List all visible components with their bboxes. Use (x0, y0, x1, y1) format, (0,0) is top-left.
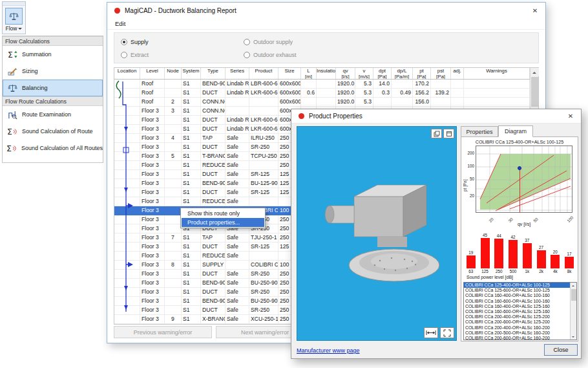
column-header-size[interactable]: Size (278, 68, 301, 79)
table-row[interactable]: RoofS1BEND-90Lindab ReLBR-600-6600x60019… (114, 80, 530, 89)
column-header-system[interactable]: System (182, 68, 201, 79)
column-header-type[interactable]: Type (201, 68, 226, 79)
product-list-item[interactable]: COLIBRI CCa 200-400-OR+ALSc 125-200 (464, 314, 576, 319)
product-preview[interactable] (297, 126, 457, 341)
close-button[interactable]: Close (544, 344, 578, 356)
palette-titlebar[interactable] (3, 2, 25, 6)
sound-bar-column: 45125 (478, 229, 492, 274)
column-header-node[interactable]: Node (165, 68, 182, 79)
column-header-level[interactable]: Level (140, 68, 165, 79)
product-list-item[interactable]: COLIBRI CCa 200-500-OR+ALSc 160-200 (464, 330, 576, 336)
measure-button[interactable] (424, 327, 438, 338)
flow-tool-label[interactable]: Flow (3, 25, 25, 32)
scroll-up-icon[interactable] (530, 68, 539, 76)
table-cell: Lindab Re (226, 80, 249, 89)
table-cell (451, 89, 464, 98)
product-list-item[interactable]: COLIBRI CCa 200-400-OR+ALSc 160-200 (464, 325, 576, 330)
table-cell (165, 215, 182, 224)
table-cell: CONN.NO (201, 107, 226, 116)
table-cell (165, 252, 182, 261)
copy-image-button[interactable] (431, 129, 442, 138)
tab-properties[interactable]: Properties (461, 126, 498, 137)
table-cell (464, 89, 530, 98)
column-header-l[interactable]: L [m] (301, 68, 317, 79)
previous-warning-button[interactable]: Previous warning/error (114, 326, 212, 338)
sound-bar-column: 204k (549, 229, 563, 274)
column-header-adj[interactable]: adj. (451, 68, 464, 79)
column-header-pt[interactable]: pt [Pa] (413, 68, 431, 79)
table-cell: Lindab Re (226, 89, 249, 98)
context-menu-item-product-properties[interactable]: Product properties... (182, 218, 264, 227)
table-cell (249, 98, 278, 107)
manufacturer-link[interactable]: Manufacturer www page (297, 347, 360, 354)
column-header-dp-l[interactable]: dp/L [Pa/m] (392, 68, 413, 79)
close-icon[interactable]: ✕ (525, 3, 545, 18)
radio-outdoor-exhaust[interactable]: Outdoor exhaust (244, 50, 297, 60)
column-header-location[interactable]: Location (114, 68, 140, 79)
scroll-up-icon[interactable] (571, 283, 577, 288)
table-row[interactable]: RoofS1DUCTLindab ReLKR-600-6600x6000.619… (114, 89, 530, 98)
column-header-v[interactable]: v [m/s] (355, 68, 373, 79)
table-cell (114, 315, 140, 324)
scroll-down-icon[interactable] (571, 334, 577, 340)
table-cell (114, 233, 140, 243)
radio-supply[interactable]: Supply (121, 38, 149, 47)
section-header-flow-route-calculations[interactable]: Flow Route Calculations (3, 96, 103, 106)
product-list-item[interactable]: COLIBRI CCa 125-400-OR+ALSc 100-125 (464, 283, 576, 288)
sidebar-item-sound-calculation-of-all-routes[interactable]: ΣSound Calculation of All Routes (3, 140, 103, 157)
sidebar-item-sizing[interactable]: Sizing (3, 63, 103, 80)
sound-bar-column: 371k (520, 229, 534, 274)
table-cell (114, 143, 140, 152)
context-menu-item-show-this-route-only[interactable]: Show this route only (182, 209, 264, 218)
radio-extract[interactable]: Extract (121, 50, 149, 60)
sidebar-item-label: Sound Calculation of All Routes (21, 145, 103, 151)
table-cell (249, 107, 278, 116)
section-header-flow-calculations[interactable]: Flow Calculations (3, 36, 103, 46)
bar-category-label: 125 (481, 268, 488, 274)
column-header-product[interactable]: Product (249, 68, 278, 79)
radio-label: Extract (131, 52, 149, 58)
scrollbar-thumb[interactable] (531, 77, 538, 107)
tab-diagram[interactable]: Diagram (498, 125, 533, 137)
close-icon[interactable]: ✕ (560, 109, 581, 123)
zoom-extents-button[interactable] (440, 327, 454, 338)
column-header-insulatio[interactable]: Insulatio (317, 68, 336, 79)
table-cell: Roof (140, 80, 165, 89)
table-cell: Floor 3 (140, 224, 165, 233)
column-header-qv[interactable]: qv [l/s] (336, 68, 355, 79)
product-list-item[interactable]: COLIBRI CCa 160-600-OR+ALSc 100-160 (464, 299, 576, 304)
table-cell (165, 161, 182, 170)
table-cell: Floor 3 (140, 252, 165, 261)
table-cell: DUCT (201, 288, 226, 297)
sidebar-item-balancing[interactable]: Balancing (3, 80, 103, 96)
product-list-item[interactable]: COLIBRI CCa 200-600-OR+ALSc 160-200 (464, 336, 576, 340)
diagram-chart-title: COLIBRI CCa 125-400-OR+ALSc 100-125 (461, 139, 578, 145)
menu-edit[interactable]: Edit (111, 20, 129, 27)
sidebar-item-sound-calculation-of-route[interactable]: ΣSound Calculation of Route (3, 123, 103, 140)
sidebar-item-summation[interactable]: ΣSummation (3, 46, 103, 63)
product-list-item[interactable]: COLIBRI CCa 160-600-OR+ALSc 125-160 (464, 309, 576, 314)
product-list-item[interactable]: COLIBRI CCa 200-600-OR+ALSc 125-200 (464, 319, 576, 325)
table-cell: S1 (182, 188, 201, 197)
report-titlebar[interactable]: MagiCAD - Ductwork Balancing Report ✕ (107, 3, 545, 18)
column-header-dpt[interactable]: dpt [Pa] (373, 68, 392, 79)
column-header-pst[interactable]: pst [Pa] (431, 68, 451, 79)
table-cell: S1 (182, 315, 201, 324)
list-scrollbar[interactable] (570, 283, 576, 340)
table-row[interactable]: Roof2S1CONN.NO600x6001920.05.3156.0 (114, 98, 530, 107)
product-list-item[interactable]: COLIBRI CCa 160-400-OR+ALSc 125-160 (464, 304, 576, 309)
column-header-warnings[interactable]: Warnings (464, 68, 530, 79)
product-list-item[interactable]: COLIBRI CCa 125-600-OR+ALSc 100-125 (464, 288, 576, 293)
flow-tool-button[interactable] (5, 8, 23, 25)
detach-view-button[interactable] (443, 129, 454, 138)
scrollbar-thumb[interactable] (571, 289, 576, 301)
column-header-series[interactable]: Series (226, 68, 249, 79)
table-cell (114, 107, 140, 116)
product-list[interactable]: COLIBRI CCa 125-400-OR+ALSc 100-125COLIB… (463, 282, 577, 340)
sidebar-item-route-examination[interactable]: Route Examination (3, 106, 103, 123)
table-cell: BEND-90 (201, 297, 226, 306)
bar-category-label: 500 (510, 268, 517, 274)
product-list-item[interactable]: COLIBRI CCa 160-400-OR+ALSc 100-160 (464, 293, 576, 298)
radio-outdoor-supply[interactable]: Outdoor supply (244, 38, 293, 47)
dialog-titlebar[interactable]: Product Properties ✕ (291, 109, 581, 124)
